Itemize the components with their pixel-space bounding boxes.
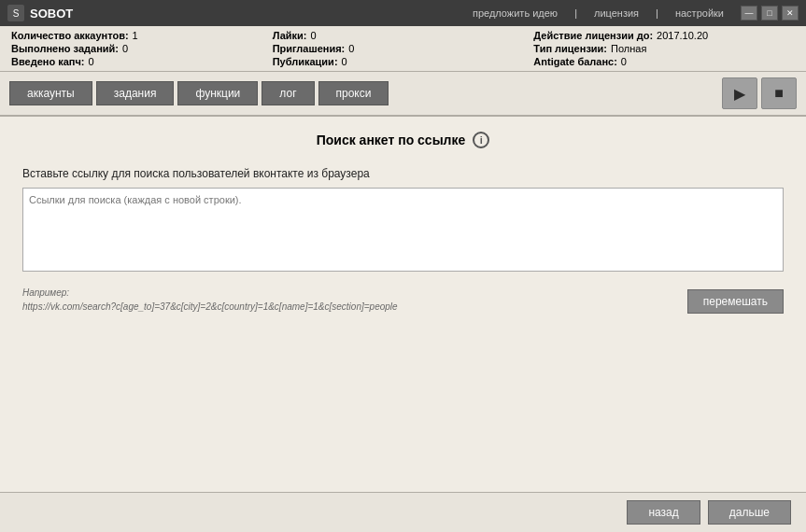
main-content: Поиск анкет по ссылке i Вставьте ссылку … [0,117,806,532]
divider1: | [574,7,577,19]
stat-posts: Публикации: 0 [273,56,534,67]
bottom-row: Например: https://vk.com/search?c[age_to… [22,278,784,314]
example-text: Например: https://vk.com/search?c[age_to… [22,286,398,314]
license-expiry-label: Действие лицензии до: [533,30,653,41]
stats-col-3: Действие лицензии до: 2017.10.20 Тип лиц… [533,30,795,67]
url-textarea[interactable] [22,188,784,272]
stats-col-2: Лайки: 0 Приглашения: 0 Публикации: 0 [273,30,534,67]
likes-value: 0 [310,30,316,41]
tab-proxy[interactable]: прокси [318,81,389,105]
stat-likes: Лайки: 0 [273,30,534,41]
toolbar: аккаунты задания функции лог прокси ▶ ■ [0,72,806,117]
tab-functions[interactable]: функции [177,81,258,105]
shuffle-button[interactable]: перемешать [687,289,784,314]
close-button[interactable]: ✕ [782,6,799,21]
invites-value: 0 [348,43,354,54]
window-controls: — □ ✕ [741,6,799,21]
back-button[interactable]: назад [627,500,700,525]
stat-tasks: Выполнено заданий: 0 [11,43,273,54]
suggest-menu-item[interactable]: предложить идею [473,7,558,19]
example-prefix: Например: [22,287,69,298]
stat-antigate: Antigate баланс: 0 [533,56,795,67]
posts-value: 0 [342,56,347,67]
stat-accounts: Количество аккаунтов: 1 [11,30,273,41]
app-logo-icon: S [7,5,24,21]
page-title-bar: Поиск анкет по ссылке i [22,132,784,148]
title-menu: предложить идею | лицензия | настройки [473,7,724,19]
logo-letter: S [13,8,20,19]
antigate-label: Antigate баланс: [533,56,617,67]
titlebar: S SOBOT предложить идею | лицензия | нас… [0,0,806,26]
license-type-label: Тип лицензии: [533,43,607,54]
example-url: https://vk.com/search?c[age_to]=37&c[cit… [22,301,398,312]
info-icon-letter: i [480,134,483,146]
tab-tasks[interactable]: задания [96,81,175,105]
captcha-label: Введено капч: [11,56,85,67]
likes-label: Лайки: [273,30,307,41]
bottombar: назад дальше [0,492,806,532]
invites-label: Приглашения: [273,43,346,54]
minimize-button[interactable]: — [741,6,757,21]
example-block: Например: https://vk.com/search?c[age_to… [22,278,398,314]
settings-menu-item[interactable]: настройки [675,7,724,19]
license-expiry-value: 2017.10.20 [657,30,708,41]
app-title: SOBOT [30,7,73,21]
stat-invites: Приглашения: 0 [273,43,534,54]
content-area: Количество аккаунтов: 1 Выполнено задани… [0,26,806,532]
statsbar: Количество аккаунтов: 1 Выполнено задани… [0,26,806,72]
info-icon[interactable]: i [473,132,489,148]
tasks-label: Выполнено заданий: [11,43,119,54]
accounts-label: Количество аккаунтов: [11,30,129,41]
accounts-value: 1 [133,30,138,41]
posts-label: Публикации: [273,56,338,67]
stat-license-expiry: Действие лицензии до: 2017.10.20 [533,30,795,41]
tasks-value: 0 [122,43,128,54]
maximize-button[interactable]: □ [761,6,778,21]
license-menu-item[interactable]: лицензия [594,7,639,19]
section-label: Вставьте ссылку для поиска пользователей… [22,167,784,180]
antigate-value: 0 [621,56,627,67]
next-button[interactable]: дальше [708,500,791,525]
play-button[interactable]: ▶ [722,77,757,109]
divider2: | [656,7,658,19]
captcha-value: 0 [89,56,94,67]
stats-col-1: Количество аккаунтов: 1 Выполнено задани… [11,30,273,67]
tab-log[interactable]: лог [262,81,314,105]
tab-accounts[interactable]: аккаунты [9,81,92,105]
stop-button[interactable]: ■ [761,77,797,109]
stat-license-type: Тип лицензии: Полная [533,43,795,54]
stat-captcha: Введено капч: 0 [11,56,273,67]
license-type-value: Полная [611,43,646,54]
logo-area: S SOBOT [7,5,473,21]
page-title: Поиск анкет по ссылке [317,133,466,147]
